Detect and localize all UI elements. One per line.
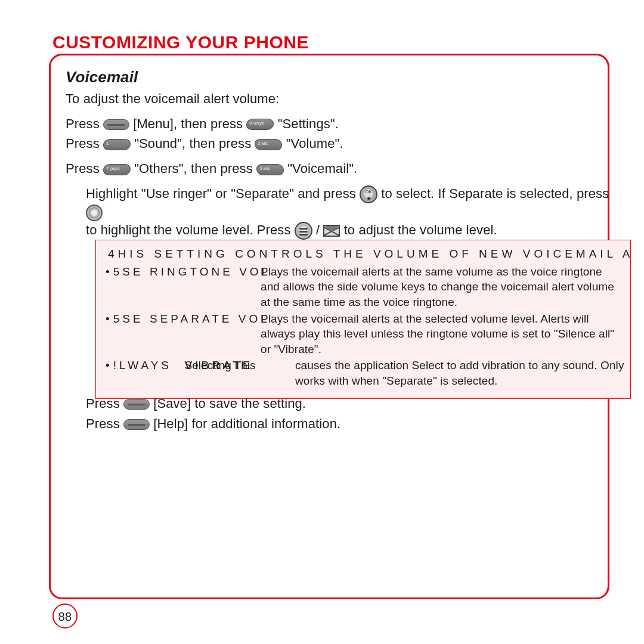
note-box: 4HIS SETTING CONTROLS THE VOLUME OF NEW … [95, 240, 631, 399]
step-3: Press 7 pqrs "Others", then press 2 abc … [66, 160, 626, 178]
note-desc-1: Plays the voicemail alerts at the same v… [261, 264, 624, 310]
softkey-icon [123, 399, 150, 410]
key-1-icon: 1 [103, 139, 131, 150]
note-key-1: •5SE RINGTONE VOL [104, 264, 271, 280]
content: Voicemail To adjust the voicemail alert … [66, 67, 626, 240]
key-9-icon: 9 wxyz [246, 119, 274, 130]
t: Press [86, 416, 123, 431]
t: "Settings". [278, 116, 339, 131]
key-7-icon: 7 pqrs [103, 164, 131, 175]
softkey-icon [103, 119, 129, 130]
note-key-3: •!LWAYS VIBRATE Selecting This [104, 358, 253, 373]
note-desc-2: Plays the voicemail alerts at the select… [261, 311, 624, 357]
note-row-3: •!LWAYS VIBRATE Selecting This causes th… [104, 358, 624, 388]
nav-right-icon [323, 225, 340, 237]
t: Press [66, 136, 103, 151]
note-row-1: •5SE RINGTONE VOL Plays the voicemail al… [104, 264, 624, 310]
key-2-icon: 2 abc [254, 139, 283, 150]
step-help: Press [Help] for additional information. [86, 416, 602, 432]
nav-left-icon [295, 222, 312, 240]
t: Press [66, 116, 103, 131]
t: to select. If Separate is selected, pres… [381, 186, 609, 201]
step-4: Highlight "Use ringer" or "Separate" and… [86, 185, 611, 240]
t: [Help] for additional information. [153, 416, 340, 431]
note-heading: 4HIS SETTING CONTROLS THE VOLUME OF NEW … [108, 246, 624, 262]
t: Press [86, 396, 123, 411]
after-box: Press [Save] to save the setting. Press … [66, 394, 602, 434]
note-row-2: •5SE SEPARATE VOL Plays the voicemail al… [104, 311, 624, 357]
note-key-2: •5SE SEPARATE VOL [104, 311, 270, 327]
t: to highlight the volume level. Press [86, 222, 295, 237]
note-desc-3: causes the application Select to add vib… [212, 358, 624, 388]
t: Press [66, 161, 103, 176]
page-number: 88 [52, 603, 78, 628]
t: [Save] to save the setting. [153, 396, 306, 411]
nav-wheel-icon [86, 205, 103, 221]
page-title: CUSTOMIZING YOUR PHONE [52, 32, 309, 52]
lead-text: To adjust the voicemail alert volume: [66, 90, 626, 108]
t: [Menu], then press [133, 116, 246, 131]
softkey-icon [123, 419, 150, 430]
ok-key-icon: OK◉ [360, 185, 377, 203]
subhead-voicemail: Voicemail [66, 67, 626, 88]
t: Highlight "Use ringer" or "Separate" and… [86, 186, 360, 201]
step-save: Press [Save] to save the setting. [86, 396, 602, 411]
t: to adjust the volume level. [344, 222, 497, 237]
t: "Volume". [286, 136, 343, 151]
t: "Voicemail". [287, 161, 357, 176]
step-1: Press [Menu], then press 9 wxyz "Setting… [66, 115, 626, 133]
t: "Sound", then press [134, 136, 255, 151]
t: "Others", then press [134, 161, 256, 176]
key-2-icon: 2 abc [256, 164, 284, 175]
step-2: Press 1 "Sound", then press 2 abc "Volum… [66, 135, 626, 153]
